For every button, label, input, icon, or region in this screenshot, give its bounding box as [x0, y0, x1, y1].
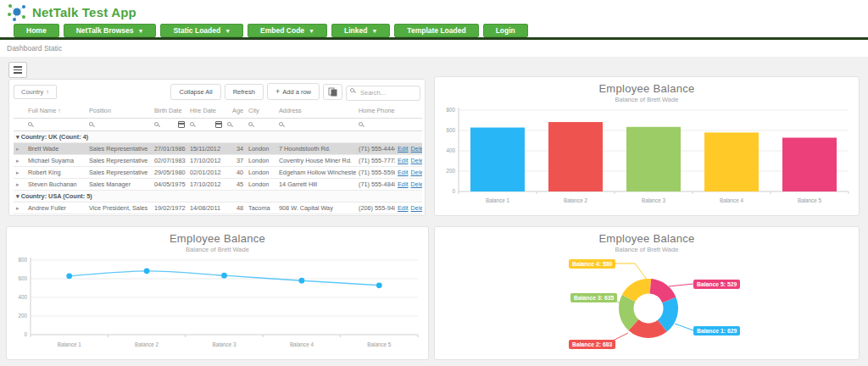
table-row[interactable]: ▸Andrew FullerVice President, Sales19/02… [14, 202, 422, 214]
bar-balance-5[interactable] [782, 138, 837, 191]
expand-cell[interactable]: ▸ [14, 166, 25, 178]
donut-slice-label[interactable]: Balance 4: 580 [569, 259, 615, 269]
cell-name: Brett Wade [25, 142, 86, 154]
expand-row-icon[interactable]: ▸ [16, 205, 19, 211]
filter-cell-full-name[interactable] [25, 118, 86, 130]
point-balance-5[interactable] [376, 282, 382, 288]
donut-slice-label[interactable]: Balance 5: 529 [693, 280, 740, 289]
export-button[interactable] [323, 84, 342, 100]
table-row[interactable]: ▸Robert KingSales Representative29/05/19… [14, 166, 422, 178]
cell-name: Robert King [25, 166, 86, 178]
cell-position: Vice President, Sales [86, 202, 152, 214]
cell-phone: (71) 555-5598 [356, 166, 395, 178]
column-header-position[interactable]: Position [86, 103, 152, 119]
cell-hire-date: 14/08/2011 [187, 202, 225, 214]
column-header-home-phone[interactable]: Home Phone [356, 103, 395, 119]
expand-cell[interactable]: ▸ [14, 142, 25, 154]
filter-cell-birth-date[interactable] [152, 118, 187, 130]
filter-cell-blank [14, 118, 25, 130]
filter-cell-age[interactable] [225, 118, 246, 130]
column-header-address[interactable]: Address [276, 103, 356, 119]
edit-link[interactable]: Edit [398, 157, 409, 164]
cell-birth-date: 27/01/1986 [152, 142, 187, 154]
delete-link[interactable]: Delete [411, 180, 422, 188]
table-row[interactable]: ▸Michael SuyamaSales Representative02/07… [14, 154, 422, 166]
add-row-button[interactable]: + Add a row [267, 83, 320, 100]
x-tick-label: Balance 1 [58, 341, 82, 347]
point-balance-4[interactable] [299, 278, 305, 284]
export-icon [328, 87, 337, 97]
delete-link[interactable]: Delete [411, 145, 422, 152]
edit-link[interactable]: Edit [398, 204, 409, 212]
nav-button-template-loaded[interactable]: Template Loaded [394, 24, 478, 37]
point-balance-2[interactable] [144, 268, 150, 274]
bar-balance-1[interactable] [470, 128, 525, 191]
donut-chart-title: Employee Balance [435, 227, 859, 245]
group-by-country-chip[interactable]: Country ↑ [14, 85, 57, 99]
expand-row-icon[interactable]: ▸ [16, 169, 19, 175]
column-header-birth-date[interactable]: Birth Date [152, 103, 187, 119]
delete-link[interactable]: Delete [411, 169, 422, 176]
collapse-all-button[interactable]: Collapse All [170, 84, 220, 100]
filter-cell-city[interactable] [246, 118, 276, 130]
filter-cell-hire-date[interactable] [187, 118, 225, 130]
nav-button-linked[interactable]: Linked▼ [331, 24, 390, 37]
refresh-button[interactable]: Refresh [225, 84, 264, 100]
nav-button-embed-code[interactable]: Embed Code▼ [248, 24, 327, 37]
nav-button-label: Embed Code [260, 26, 304, 35]
column-header-full-name[interactable]: Full Name ↑ [25, 103, 86, 119]
group-row[interactable]: ▾ Country: USA (Count: 5) [14, 190, 422, 202]
expand-cell[interactable]: ▸ [14, 178, 25, 190]
expand-row-icon[interactable]: ▸ [16, 158, 19, 164]
edit-link[interactable]: Edit [398, 169, 409, 176]
calendar-icon[interactable] [215, 121, 222, 128]
calendar-icon[interactable] [178, 121, 185, 128]
expand-cell[interactable]: ▸ [14, 202, 25, 214]
bar-balance-2[interactable] [548, 122, 603, 191]
delete-link[interactable]: Delete [411, 157, 422, 164]
edit-link[interactable]: Edit [398, 145, 409, 152]
delete-link[interactable]: Delete [411, 204, 422, 212]
column-header-hire-date[interactable]: Hire Date [187, 103, 225, 119]
cell-actions: EditDelete [395, 202, 422, 214]
search-icon [279, 122, 283, 126]
cell-city: London [246, 178, 276, 190]
header-cell-expand [14, 103, 25, 119]
table-row[interactable]: ▸Steven BuchananSales Manager04/05/19751… [14, 178, 422, 190]
nav-button-label: Linked [344, 26, 367, 35]
donut-slice-label[interactable]: Balance 2: 683 [569, 340, 615, 349]
point-balance-3[interactable] [221, 273, 227, 279]
cell-address: 7 Houndstooth Rd. [276, 142, 356, 154]
nav-button-nettalk-browses[interactable]: NetTalk Browses▼ [64, 24, 157, 37]
sort-asc-icon: ↑ [46, 88, 49, 96]
label-connector [669, 284, 693, 286]
column-header-city[interactable]: City [246, 103, 276, 119]
bar-balance-3[interactable] [626, 127, 681, 191]
grid-search-input[interactable] [346, 86, 420, 101]
cell-actions: EditDelete [395, 142, 422, 154]
table-row[interactable]: ▸Brett WadeSales Representative27/01/198… [14, 142, 422, 154]
donut-slice-label[interactable]: Balance 3: 635 [570, 293, 617, 302]
cell-phone: (71) 555-7773 [356, 154, 395, 166]
cell-hire-date: 02/01/2012 [187, 166, 225, 178]
expand-cell[interactable]: ▸ [14, 154, 25, 166]
expand-row-icon[interactable]: ▸ [16, 146, 19, 152]
expand-row-icon[interactable]: ▸ [16, 181, 19, 187]
group-row[interactable]: ▾ Country: UK (Count: 4) [14, 130, 422, 142]
nav-button-label: Static Loaded [173, 26, 220, 35]
filter-cell-position[interactable] [86, 118, 152, 130]
hamburger-menu-button[interactable] [8, 62, 27, 78]
filter-cell-address[interactable] [276, 118, 356, 130]
cell-name: Michael Suyama [25, 154, 86, 166]
nav-button-home[interactable]: Home [14, 24, 59, 37]
nav-button-login[interactable]: Login [483, 24, 528, 37]
edit-link[interactable]: Edit [398, 180, 409, 188]
point-balance-1[interactable] [66, 273, 72, 279]
nav-button-static-loaded[interactable]: Static Loaded▼ [160, 24, 243, 37]
column-header-age[interactable]: Age [225, 103, 246, 119]
y-tick-label: 600 [18, 275, 27, 281]
donut-slice-label[interactable]: Balance 1: 629 [693, 326, 740, 336]
bar-balance-4[interactable] [704, 132, 759, 191]
filter-cell-home-phone[interactable] [356, 118, 395, 130]
cell-address: Coventry House Miner Rd. [276, 154, 356, 166]
